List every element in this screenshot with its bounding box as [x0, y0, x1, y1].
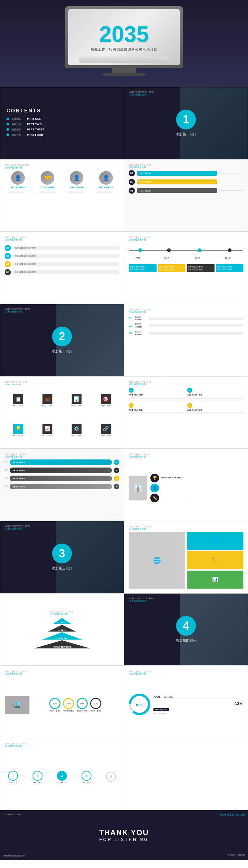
icon-label-8: TITLE HERE — [100, 435, 111, 436]
steps-add-text: ADD YOUR TITLE HERE点击此处更改标题 — [129, 164, 243, 169]
monitor-wrapper: 2035 商务工作汇报总结政府调研公关活动计划 — [65, 6, 183, 76]
flow-step-3: 3 PROJECT — [57, 771, 67, 783]
person-icon-text-1: HEADING FOR THIS — [161, 476, 186, 479]
heading-line — [161, 479, 186, 479]
chart-icon-2: ✏️ — [187, 551, 243, 569]
num-text-4: 此处添加你的描述信息 — [14, 271, 36, 274]
block-line — [129, 413, 185, 414]
flow-label-2: PROJECT — [33, 782, 42, 783]
flow-arrow-3: › — [73, 775, 75, 780]
desc-line — [67, 192, 84, 193]
section-2-add: ADD YOUR TITLE HERE点击此处更改标题 — [5, 308, 30, 313]
desc-line — [97, 190, 115, 190]
block-line — [187, 412, 243, 412]
list-label-2: TEXT HERE — [135, 323, 147, 329]
cn-label-4: 前期计划 — [11, 133, 27, 136]
tl-dot-4 — [228, 248, 232, 252]
section-4-label: 添加第四部分 — [176, 638, 196, 643]
icon-box-6: 📈 TITLE HERE — [34, 416, 61, 444]
dot-3 — [6, 128, 9, 131]
icon-sq-6: 📈 — [42, 424, 52, 434]
block-title-4: Add Your Text — [187, 409, 243, 411]
rbar-label-4: TEXT HERE — [13, 486, 25, 488]
num-bar-4: 此处添加你的描述信息 — [13, 270, 119, 274]
block-line — [187, 413, 243, 414]
icon-box-1: 📋 TITLE HERE — [5, 386, 32, 414]
rbar-label-2: TEXT HERE — [13, 469, 25, 471]
ty-logo: COMPANY LOGO — [3, 813, 21, 815]
flow-step-4: 4 PROJECT — [81, 771, 92, 783]
pyramid-add: ADD YOUR TITLE HERE点击此处更改标题 — [50, 611, 73, 616]
icon-boxes-add: ADD YOUR TITLE HEREYOUR TITLE HERE — [5, 381, 119, 385]
team-member-3: 👤 TITLE HERE — [63, 171, 90, 193]
icon-sq-1: 📋 — [13, 394, 23, 404]
rbars-add: ADD YOUR TITLE HERE点击此处更改标题 — [5, 453, 119, 458]
chart-icon-1: 🌐 — [187, 532, 243, 550]
rbar-1: 01 TEXT HERE ▲ — [5, 460, 119, 465]
circ-item-4: 10% TEXT HERE — [90, 698, 101, 712]
section-2-slide: ADD YOUR TITLE HERE点击此处更改标题 2 添加第二部分 — [0, 304, 124, 376]
tl-card-2: 点击此处添加标题点击此处添加描述 — [158, 264, 186, 272]
team-slide: ADD YOUR TITLE HERE点击此处更改标题 👤 TITLE HERE… — [0, 159, 124, 231]
pie-pct-label: 87% — [136, 703, 143, 707]
circ-item-2: 30% TEXT HERE — [63, 698, 74, 712]
ty-site: www.yuantuwang.com — [3, 855, 25, 857]
numbered-list: 01 此处添加你的描述信息 02 此处添加你的描述信息 03 此处添加你的描述信… — [5, 245, 119, 275]
list-num-1: 01 — [129, 317, 133, 320]
block-line — [187, 397, 243, 397]
person-icon-row-2: 👤 — [150, 484, 243, 492]
text-block-4: + Add Your Text — [187, 403, 243, 414]
tl-year-3: 2017 — [195, 257, 200, 259]
icon-sq-3: 📊 — [72, 394, 81, 404]
flow-num-2: 2 — [33, 771, 42, 781]
circ-item-1: 20% TEXT HERE — [49, 698, 61, 712]
numbered-list-slide: ADD YOUR TITLE HERE点击此处更改标题 01 此处添加你的描述信… — [0, 231, 124, 304]
progress-content: 87% YOUR TITLE HERE 13% Main Keyword Bru… — [129, 677, 243, 733]
section-3-number: 3 — [52, 544, 72, 563]
block-line — [129, 412, 185, 412]
chart-grid: 🌐 🌐 ✏️ 📊 — [129, 532, 243, 589]
num-text-3: 此处添加你的描述信息 — [14, 262, 36, 266]
city-content: 🏙️ 20% TEXT HERE 30% TEXT HERE 40% TEXT … — [5, 677, 119, 733]
pyr-tri-3: 03 YOUR TEXT — [42, 632, 82, 640]
step-item-3: 03 TEXT HERE — [129, 187, 243, 194]
thank-you-slide: COMPANY LOGO 元图网 精品素材·每日更新 THANK YOU FOR… — [0, 810, 248, 860]
timeline-add-text: ADD YOUR TITLE HERE点击此处更改标题 — [129, 236, 243, 241]
rbar-label-1: TEXT HERE — [13, 461, 25, 464]
city-add: ADD YOUR TITLE HERE点击此处更改标题 — [5, 670, 119, 675]
num-item-2: 02 此处添加你的描述信息 — [5, 253, 119, 259]
rbar-num-1: 01 — [5, 461, 10, 464]
block-title-2: Add Your Text — [187, 394, 243, 396]
icon-sq-8: 🔗 — [101, 424, 111, 434]
tl-card-4: 点击此处添加标题点击此处添加描述 — [216, 264, 244, 272]
list-add: ADD YOUR TITLE HERE点击此处更改标题 — [129, 309, 243, 314]
step-item-2: 02 TEXT HERE — [129, 179, 243, 185]
rbar-bar-3: TEXT HERE — [10, 475, 112, 481]
rbar-2: 02 TEXT HERE ▲ — [5, 468, 119, 473]
block-title-1: Add Your Text — [129, 394, 185, 396]
step-num-1: 02 — [129, 170, 135, 176]
section-1-slide: ADD YOUR TITLE HERE点击此处更改标题 1 添加第一部分 — [124, 87, 248, 159]
step-item-1: 02 TEXT HERE — [129, 170, 243, 176]
cover-subtitle: 商务工作汇报总结政府调研公关活动计划 — [91, 47, 157, 52]
desc-line — [97, 191, 112, 191]
block-line — [129, 400, 185, 400]
city-circles-slide: ADD YOUR TITLE HERE点击此处更改标题 🏙️ 20% TEXT … — [0, 665, 124, 738]
rbar-bar-2: TEXT HERE — [10, 468, 112, 473]
desc-line — [38, 191, 54, 191]
num-item-3: 03 此处添加你的描述信息 — [5, 261, 119, 267]
team-member-2: 🤝 TITLE HERE — [34, 171, 61, 193]
rbar-4: 04 TEXT HERE ★ — [5, 484, 119, 489]
en-label-1: PART ONE — [27, 117, 41, 120]
num-circle-1: 01 — [5, 245, 11, 251]
icon-label-7: TITLE HERE — [71, 435, 82, 436]
heading-line-2 — [161, 488, 186, 488]
person-add: ADD YOUR TITLE HERE点击此处更改标题 — [129, 453, 243, 458]
step-desc-2 — [218, 182, 243, 182]
block-dot-1: + — [129, 388, 134, 393]
circ-label-2: TEXT HERE — [63, 710, 74, 712]
text-blocks-slide: ADD YOUR TITLE HERE点击此处更改标题 + Add Your T… — [124, 376, 248, 448]
cover-year: 2035 — [99, 23, 149, 45]
block-dot-3: + — [129, 403, 134, 408]
content-item-1: 工作概况 PART ONE — [6, 117, 117, 121]
